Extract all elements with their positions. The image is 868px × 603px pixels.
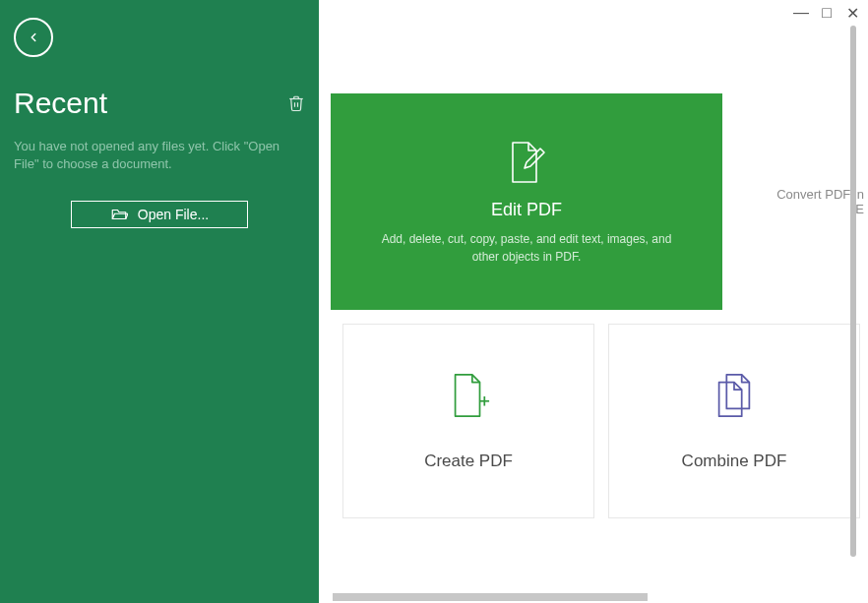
combine-pdf-icon <box>710 371 759 420</box>
recent-empty-message: You have not opened any files yet. Click… <box>14 138 289 173</box>
trash-icon <box>287 93 305 113</box>
create-pdf-title: Create PDF <box>424 452 513 471</box>
combine-pdf-title: Combine PDF <box>682 452 787 471</box>
minimize-button[interactable]: — <box>793 4 809 23</box>
horizontal-scrollbar[interactable] <box>333 593 648 601</box>
combine-pdf-card[interactable]: Combine PDF <box>608 324 860 518</box>
cards-area: Edit PDF Add, delete, cut, copy, paste, … <box>319 0 868 518</box>
app-root: Recent You have not opened any files yet… <box>0 0 868 603</box>
window-controls: — □ ✕ <box>793 4 860 23</box>
folder-icon <box>110 207 128 222</box>
back-button[interactable] <box>14 18 53 57</box>
convert-pdf-text-line2: E <box>855 202 864 216</box>
delete-recent-button[interactable] <box>287 93 305 113</box>
cards-row-1: Edit PDF Add, delete, cut, copy, paste, … <box>331 93 868 310</box>
edit-pdf-title: Edit PDF <box>491 200 562 220</box>
recent-title: Recent <box>14 87 107 120</box>
convert-pdf-card-partial[interactable]: Convert PDF in E <box>736 93 868 310</box>
open-file-label: Open File... <box>138 207 209 222</box>
vertical-scrollbar[interactable] <box>850 26 856 557</box>
back-arrow-icon <box>27 30 40 44</box>
sidebar: Recent You have not opened any files yet… <box>0 0 319 603</box>
main-area: — □ ✕ Edit PDF Add, delete, cut, copy, p… <box>319 0 868 603</box>
open-file-button[interactable]: Open File... <box>71 201 248 228</box>
cards-row-2: Create PDF Combine PDF <box>331 324 868 518</box>
create-pdf-card[interactable]: Create PDF <box>342 324 594 518</box>
close-button[interactable]: ✕ <box>844 4 860 23</box>
edit-pdf-description: Add, delete, cut, copy, paste, and edit … <box>349 230 704 266</box>
edit-pdf-icon <box>503 139 550 186</box>
edit-pdf-card[interactable]: Edit PDF Add, delete, cut, copy, paste, … <box>331 93 722 310</box>
create-pdf-icon <box>446 371 491 420</box>
recent-header: Recent <box>14 87 305 120</box>
maximize-button[interactable]: □ <box>819 4 835 23</box>
